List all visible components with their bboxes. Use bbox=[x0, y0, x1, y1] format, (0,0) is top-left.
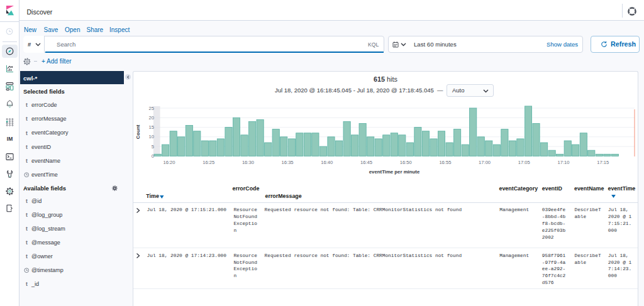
svg-text:16:35: 16:35 bbox=[282, 160, 294, 165]
svg-text:16:20: 16:20 bbox=[163, 160, 175, 165]
svg-text:16:30: 16:30 bbox=[242, 160, 254, 165]
svg-text:16:55: 16:55 bbox=[439, 160, 451, 165]
svg-text:16:45: 16:45 bbox=[360, 160, 372, 165]
svg-text:0: 0 bbox=[152, 153, 154, 159]
svg-text:16:25: 16:25 bbox=[203, 160, 214, 165]
svg-text:16:50: 16:50 bbox=[400, 160, 412, 165]
svg-text:10: 10 bbox=[149, 134, 154, 139]
svg-text:16:40: 16:40 bbox=[321, 160, 333, 165]
svg-text:17:10: 17:10 bbox=[557, 160, 569, 165]
svg-text:17:00: 17:00 bbox=[479, 160, 491, 165]
svg-text:17:05: 17:05 bbox=[518, 160, 530, 165]
svg-text:5: 5 bbox=[152, 144, 154, 150]
svg-text:17:15: 17:15 bbox=[597, 160, 609, 165]
svg-text:20: 20 bbox=[149, 115, 154, 121]
svg-text:eventTime per minute: eventTime per minute bbox=[369, 169, 420, 175]
svg-text:Count: Count bbox=[135, 124, 141, 139]
svg-text:25: 25 bbox=[149, 106, 154, 111]
svg-text:15: 15 bbox=[149, 124, 154, 130]
